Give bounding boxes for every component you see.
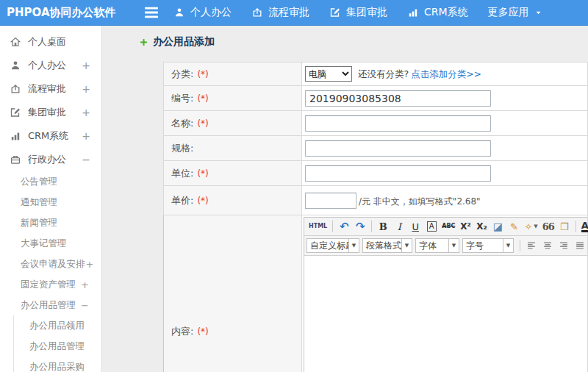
editor-btn-auto-format[interactable]: ✧▼ — [523, 219, 539, 234]
sidebar-item-fixed-assets-mgmt[interactable]: 固定资产管理+ — [0, 274, 101, 295]
editor-btn-redo[interactable]: ↷ — [353, 219, 368, 234]
sidebar-item-supplies-requisition[interactable]: 办公用品领用 — [14, 315, 101, 336]
field-label: 名称: — [171, 118, 193, 129]
field-label: 规格: — [171, 143, 193, 154]
sidebar-item-personal-office[interactable]: 个人办公+ — [0, 54, 101, 77]
form-value-category: 电脑还没有分类?点击添加分类>> — [302, 62, 588, 86]
page-title: 办公用品添加 — [153, 35, 215, 49]
required-mark: (*) — [197, 93, 208, 104]
sidebar-item-label: CRM系统 — [28, 129, 68, 143]
sidebar-item-news-mgmt[interactable]: 新闻管理 — [0, 212, 101, 233]
hamburger-menu-icon[interactable] — [143, 0, 160, 25]
expander-icon[interactable]: + — [82, 83, 90, 95]
editor-custom-title-select[interactable]: 自定义标题▼ — [306, 238, 359, 253]
nav-item-label: 流程审批 — [268, 6, 309, 19]
nav-item-crm-system[interactable]: CRM系统 — [407, 6, 468, 19]
price-input[interactable] — [305, 193, 356, 209]
align-left-icon — [526, 241, 537, 251]
expander-icon[interactable]: + — [82, 60, 90, 71]
sidebar-item-notice-mgmt[interactable]: 通知管理 — [0, 192, 101, 212]
sidebar-item-meeting-request[interactable]: 会议申请及安排+ — [0, 254, 101, 274]
nav-item-label: 集团审批 — [346, 6, 387, 19]
editor-btn-paste-text[interactable]: ❐ — [557, 219, 572, 234]
required-mark: (*) — [197, 118, 208, 129]
unit-input[interactable] — [305, 165, 491, 182]
expander-icon[interactable]: + — [86, 259, 94, 270]
sidebar-item-office-supplies-mgmt[interactable]: 办公用品管理− — [0, 295, 101, 315]
nav-item-workflow-approval[interactable]: 流程审批 — [251, 6, 309, 19]
app-window: PHPOA协同办公软件 个人办公流程审批集团审批CRM系统更多应用 个人桌面个人… — [0, 0, 588, 372]
nav-item-label: 更多应用 — [488, 6, 529, 19]
sidebar-item-label: 大事记管理 — [21, 237, 67, 250]
editor-btn-superscript[interactable]: X² — [458, 219, 473, 234]
spec-input[interactable] — [305, 140, 491, 157]
home-icon — [10, 36, 21, 48]
editor-btn-align-center[interactable] — [540, 238, 555, 253]
sidebar-item-label: 集团审批 — [28, 106, 66, 119]
category-select[interactable]: 电脑 — [305, 66, 352, 82]
expander-icon[interactable]: + — [82, 107, 90, 118]
sidebar-item-workflow-approval[interactable]: 流程审批+ — [0, 77, 101, 101]
editor-btn-autotypeset[interactable]: A — [424, 219, 439, 234]
select-label: 自定义标题 — [307, 240, 348, 252]
strikethrough-icon: ABC — [442, 223, 455, 229]
chevron-down-icon: ▼ — [534, 224, 537, 229]
form-label-category: 分类:(*) — [164, 62, 302, 86]
name-input[interactable] — [305, 115, 491, 132]
editor-btn-blockquote[interactable]: 66 — [541, 219, 556, 234]
nav-item-more-apps[interactable]: 更多应用 — [488, 6, 542, 19]
required-mark: (*) — [197, 326, 208, 337]
editor-font-size-select[interactable]: 字号▼ — [462, 238, 514, 253]
bold-icon: B — [379, 222, 387, 232]
sidebar-item-personal-desktop[interactable]: 个人桌面 — [0, 30, 101, 54]
editor-btn-italic[interactable]: I — [392, 219, 406, 234]
editor-btn-underline[interactable]: U — [408, 219, 423, 234]
editor-btn-font-color[interactable]: A▼ — [580, 219, 588, 234]
editor-paragraph-select[interactable]: 段落格式▼ — [362, 238, 412, 253]
editor-btn-undo[interactable]: ↶ — [337, 219, 351, 234]
nav-chart-icon — [407, 7, 419, 18]
nav-item-group-approval[interactable]: 集团审批 — [329, 6, 387, 19]
editor-font-family-select[interactable]: 字体▼ — [415, 238, 459, 253]
sidebar-item-admin-office[interactable]: 行政办公− — [0, 148, 101, 171]
expander-icon[interactable]: + — [81, 279, 89, 290]
code-input[interactable] — [305, 90, 491, 107]
field-label: 分类: — [171, 68, 193, 79]
expander-icon[interactable]: − — [82, 154, 90, 165]
sidebar-item-events-mgmt[interactable]: 大事记管理 — [0, 233, 101, 254]
editor-btn-html-source[interactable]: HTML — [307, 219, 329, 234]
paste-text-icon: ❐ — [560, 222, 569, 232]
sidebar-item-label: 会议申请及安排 — [21, 258, 85, 271]
editor-btn-align-right[interactable] — [556, 238, 571, 253]
nav-item-personal-office[interactable]: 个人办公 — [173, 6, 232, 19]
sidebar: 个人桌面个人办公+流程审批+集团审批+CRM系统+行政办公−公告管理通知管理新闻… — [0, 26, 102, 372]
top-bar: PHPOA协同办公软件 个人办公流程审批集团审批CRM系统更多应用 — [0, 0, 588, 26]
align-right-icon — [559, 241, 569, 251]
expander-icon[interactable]: + — [82, 130, 90, 142]
editor-btn-align-left[interactable] — [524, 238, 539, 253]
toolbar-separator — [576, 221, 576, 232]
sidebar-item-supplies-mgmt[interactable]: 办公用品管理 — [14, 336, 101, 357]
sidebar-item-announcement-mgmt[interactable]: 公告管理 — [0, 171, 101, 192]
form-value-spec — [302, 136, 588, 161]
nav-upload-icon — [251, 7, 263, 18]
align-center-icon — [542, 241, 553, 251]
editor-btn-strikethrough[interactable]: ABC — [440, 219, 456, 234]
sidebar-item-label: 个人办公 — [28, 59, 66, 72]
select-label: 字号 — [463, 240, 503, 252]
editor-btn-bold[interactable]: B — [376, 219, 390, 234]
sidebar-item-group-approval[interactable]: 集团审批+ — [0, 101, 101, 124]
chevron-down-icon: ▼ — [348, 239, 359, 252]
editor-btn-justify[interactable] — [573, 238, 587, 253]
expander-icon[interactable]: − — [81, 300, 89, 311]
font-color-icon: A — [581, 221, 588, 232]
editor-content[interactable] — [304, 256, 588, 372]
editor-btn-remove-format[interactable]: ◪ — [490, 219, 505, 234]
editor-btn-subscript[interactable]: X₂ — [474, 219, 489, 234]
editor-btn-format-painter[interactable]: ✎ — [506, 219, 521, 234]
remove-format-icon: ◪ — [493, 221, 503, 232]
sidebar-item-supplies-purchase[interactable]: 办公用品采购 — [14, 357, 101, 372]
add-category-link[interactable]: 点击添加分类>> — [411, 68, 481, 79]
sidebar-item-crm-system[interactable]: CRM系统+ — [0, 124, 101, 148]
form-row-category: 分类:(*)电脑还没有分类?点击添加分类>> — [164, 62, 588, 86]
